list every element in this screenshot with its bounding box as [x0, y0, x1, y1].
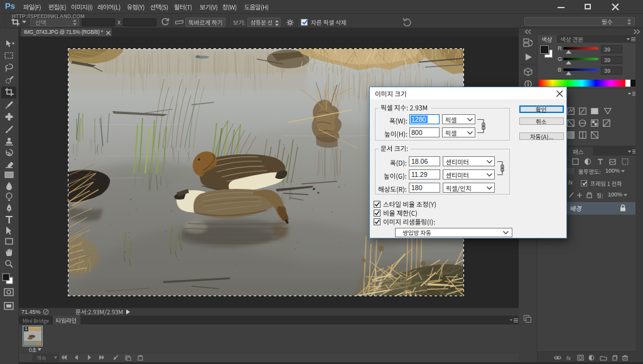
svg-text:fx: fx [566, 355, 571, 361]
